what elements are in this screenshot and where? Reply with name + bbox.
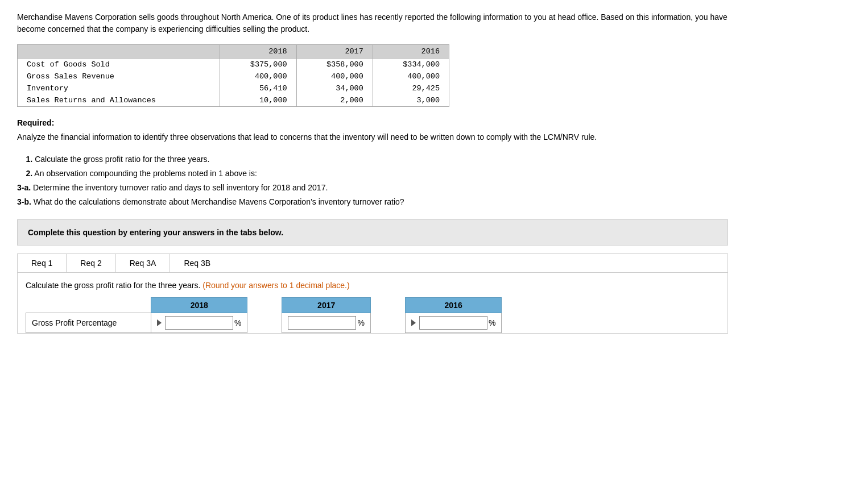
tab-req1[interactable]: Req 1 [18, 254, 67, 272]
step-3b-text: What do the calculations demonstrate abo… [31, 197, 404, 206]
answer-cell-2016: % [405, 313, 501, 333]
answer-col-header-2016: 2016 [405, 298, 501, 313]
tabs-row: Req 1 Req 2 Req 3A Req 3B [18, 254, 728, 273]
row-2018-gsr: 400,000 [220, 70, 296, 82]
answer-col-separator-1 [247, 298, 282, 313]
answer-table: 2018 2017 2016 Gross Profit Percentage [26, 297, 502, 333]
step-2: 2. An observation compounding the proble… [17, 168, 728, 180]
required-text: Analyze the financial information to ide… [17, 131, 728, 143]
row-label-sra: Sales Returns and Allowances [18, 94, 220, 107]
tab-req3a[interactable]: Req 3A [116, 254, 171, 272]
row-2016-cogs: $334,000 [373, 59, 449, 71]
row-2016-inventory: 29,425 [373, 82, 449, 94]
row-2017-sra: 2,000 [296, 94, 373, 107]
pct-label-2016: % [489, 318, 495, 327]
gross-profit-pct-2016-input[interactable] [419, 316, 487, 330]
answer-col-header-2018: 2018 [151, 298, 247, 313]
answer-input-cell-2018: % [157, 316, 241, 330]
row-2016-gsr: 400,000 [373, 70, 449, 82]
separator-cell-1 [247, 313, 282, 333]
answer-cell-2017: % [282, 313, 370, 333]
answer-col-separator-2 [370, 298, 405, 313]
tab-req3b[interactable]: Req 3B [170, 254, 224, 272]
row-label-cogs: Cost of Goods Sold [18, 59, 220, 71]
tab-instruction: Calculate the gross profit ratio for the… [26, 280, 720, 292]
step-2-number: 2. [26, 169, 33, 178]
answer-table-wrapper: 2018 2017 2016 Gross Profit Percentage [26, 297, 720, 333]
data-table-wrapper: 2018 2017 2016 Cost of Goods Sold $375,0… [17, 44, 449, 107]
triangle-icon-2018 [157, 319, 162, 326]
step-2-text: An observation compounding the problems … [32, 169, 257, 178]
answer-table-row: Gross Profit Percentage % [26, 313, 502, 333]
complete-question-box: Complete this question by entering your … [17, 219, 728, 246]
step-3a-number: 3-a. [17, 183, 31, 192]
row-2018-sra: 10,000 [220, 94, 296, 107]
gross-profit-pct-2017-input[interactable] [288, 316, 356, 330]
tab-instruction-normal: Calculate the gross profit ratio for the… [26, 281, 202, 290]
tab-req2[interactable]: Req 2 [67, 254, 115, 272]
answer-col-header-2017: 2017 [282, 298, 370, 313]
pct-label-2018: % [234, 318, 241, 327]
step-1-text: Calculate the gross profit ratio for the… [32, 155, 209, 164]
required-label: Required: [17, 117, 728, 129]
step-3b-number: 3-b. [17, 197, 31, 206]
answer-col-header-label [26, 298, 151, 313]
tab-instruction-colored: (Round your answers to 1 decimal place.) [202, 281, 349, 290]
table-row: Gross Sales Revenue 400,000 400,000 400,… [18, 70, 449, 82]
answer-row-label: Gross Profit Percentage [26, 313, 151, 333]
complete-question-text: Complete this question by entering your … [28, 228, 717, 237]
step-1: 1. Calculate the gross profit ratio for … [17, 153, 728, 165]
answer-input-cell-2016: % [411, 316, 495, 330]
answer-input-cell-2017: % [288, 316, 364, 330]
row-label-inventory: Inventory [18, 82, 220, 94]
table-row: Inventory 56,410 34,000 29,425 [18, 82, 449, 94]
row-2018-cogs: $375,000 [220, 59, 296, 71]
row-2017-inventory: 34,000 [296, 82, 373, 94]
row-2016-sra: 3,000 [373, 94, 449, 107]
row-2017-gsr: 400,000 [296, 70, 373, 82]
intro-paragraph: Merchandise Mavens Corporation sells goo… [17, 11, 728, 35]
col-header-2017: 2017 [296, 45, 373, 59]
step-3a: 3-a. Determine the inventory turnover ra… [17, 182, 728, 194]
row-label-gsr: Gross Sales Revenue [18, 70, 220, 82]
table-row: Sales Returns and Allowances 10,000 2,00… [18, 94, 449, 107]
col-header-2016: 2016 [373, 45, 449, 59]
financial-data-table: 2018 2017 2016 Cost of Goods Sold $375,0… [17, 44, 449, 107]
step-3a-text: Determine the inventory turnover ratio a… [31, 183, 328, 192]
gross-profit-pct-2018-input[interactable] [165, 316, 233, 330]
row-2018-inventory: 56,410 [220, 82, 296, 94]
required-section: Required: Analyze the financial informat… [17, 117, 728, 143]
step-3b: 3-b. What do the calculations demonstrat… [17, 196, 728, 208]
steps-section: 1. Calculate the gross profit ratio for … [17, 153, 728, 208]
pct-label-2017: % [357, 318, 364, 327]
row-2017-cogs: $358,000 [296, 59, 373, 71]
tabs-wrapper: Req 1 Req 2 Req 3A Req 3B Calculate the … [17, 253, 728, 334]
col-header-label [18, 45, 220, 59]
step-1-number: 1. [26, 155, 33, 164]
triangle-icon-2016 [411, 319, 416, 326]
tab-content-req1: Calculate the gross profit ratio for the… [18, 273, 728, 333]
answer-cell-2018: % [151, 313, 247, 333]
table-row: Cost of Goods Sold $375,000 $358,000 $33… [18, 59, 449, 71]
col-header-2018: 2018 [220, 45, 296, 59]
separator-cell-2 [370, 313, 405, 333]
